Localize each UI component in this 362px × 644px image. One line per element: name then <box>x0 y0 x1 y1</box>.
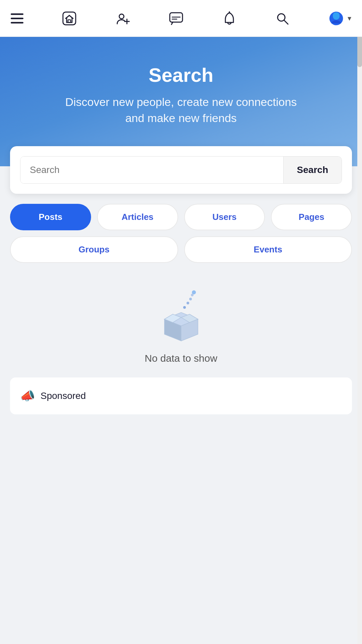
sponsored-icon: 📣 <box>20 389 35 403</box>
svg-rect-0 <box>11 13 23 15</box>
search-nav-icon[interactable] <box>276 12 289 25</box>
home-icon[interactable] <box>62 11 77 26</box>
sponsored-label: Sponsored <box>41 391 86 401</box>
filter-row-1: Posts Articles Users Pages <box>10 204 352 230</box>
dropdown-arrow-icon: ▾ <box>348 14 351 23</box>
filter-row-2: Groups Events <box>10 236 352 263</box>
user-avatar <box>328 10 345 27</box>
svg-rect-1 <box>11 17 23 19</box>
svg-point-18 <box>187 302 189 304</box>
svg-line-11 <box>284 20 288 24</box>
hero-title: Search <box>20 64 342 86</box>
empty-state-message: No data to show <box>145 353 217 364</box>
empty-box-icon <box>154 289 208 343</box>
top-navigation: ▾ <box>0 0 362 37</box>
scrollbar-track[interactable] <box>357 0 362 644</box>
user-avatar-area[interactable]: ▾ <box>328 10 351 27</box>
svg-point-19 <box>189 298 192 300</box>
search-input[interactable] <box>20 157 283 183</box>
messages-icon[interactable] <box>169 11 184 26</box>
filter-pages-button[interactable]: Pages <box>271 204 352 230</box>
svg-point-5 <box>119 14 124 19</box>
notifications-icon[interactable] <box>222 11 237 26</box>
filter-events-button[interactable]: Events <box>184 236 352 263</box>
filter-section: Posts Articles Users Pages Groups Events <box>0 194 362 263</box>
hero-subtitle: Discover new people, create new connecti… <box>64 94 298 126</box>
add-friend-icon[interactable] <box>116 11 130 26</box>
search-input-row: Search <box>20 156 342 184</box>
svg-point-21 <box>192 290 196 294</box>
svg-point-17 <box>183 306 186 309</box>
filter-groups-button[interactable]: Groups <box>10 236 178 263</box>
empty-state: No data to show <box>0 269 362 377</box>
menu-icon[interactable] <box>11 13 23 23</box>
filter-posts-button[interactable]: Posts <box>10 204 91 230</box>
svg-rect-4 <box>68 20 71 22</box>
search-button[interactable]: Search <box>283 157 342 183</box>
filter-users-button[interactable]: Users <box>184 204 265 230</box>
search-card: Search <box>10 146 352 194</box>
svg-rect-2 <box>11 22 23 23</box>
sponsored-card: 📣 Sponsored <box>10 377 352 414</box>
filter-articles-button[interactable]: Articles <box>97 204 178 230</box>
